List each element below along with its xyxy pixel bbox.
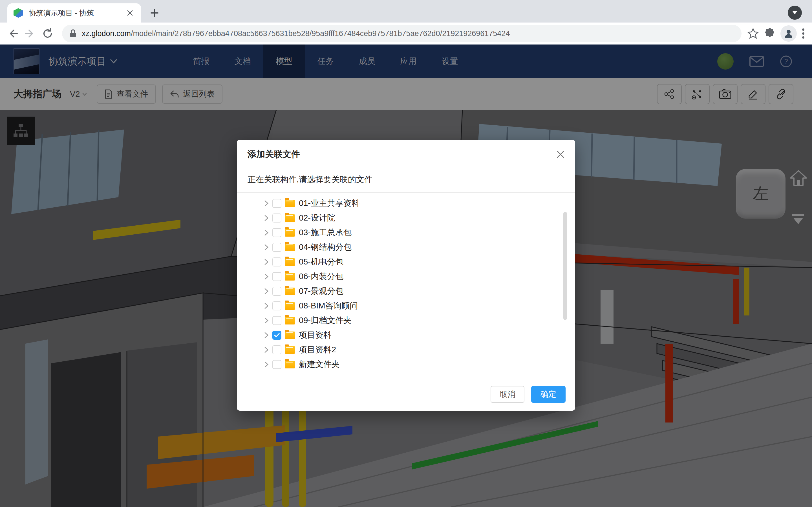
folder-icon <box>285 244 295 251</box>
folder-checkbox[interactable] <box>272 199 282 208</box>
browser-menu-icon[interactable] <box>802 28 805 39</box>
folder-icon <box>285 229 295 237</box>
browser-tab[interactable]: 协筑演示项目 - 协筑 <box>7 3 141 22</box>
folder-row[interactable]: 04-钢结构分包 <box>262 240 550 255</box>
folder-label: 新建文件夹 <box>299 359 340 370</box>
folder-checkbox[interactable] <box>272 272 282 281</box>
folder-label: 02-设计院 <box>299 212 335 224</box>
back-button[interactable] <box>4 25 21 42</box>
lock-icon <box>69 29 77 38</box>
folder-checkbox[interactable] <box>272 331 282 340</box>
folder-label: 05-机电分包 <box>299 256 343 268</box>
folder-checkbox[interactable] <box>272 214 282 223</box>
folder-label: 04-钢结构分包 <box>299 242 352 253</box>
folder-checkbox[interactable] <box>272 316 282 325</box>
folder-row[interactable]: 05-机电分包 <box>262 255 550 269</box>
expand-chevron-icon[interactable] <box>262 200 271 207</box>
new-tab-button[interactable] <box>148 6 161 20</box>
folder-row[interactable]: 09-归档文件夹 <box>262 313 550 328</box>
folder-row[interactable]: 项目资料2 <box>262 342 550 357</box>
tab-search-button[interactable] <box>788 6 802 20</box>
url-path: /model/main/278b7967ebba4708ac566375631b… <box>131 29 510 38</box>
folder-icon <box>285 302 295 310</box>
browser-toolbar: xz.glodon.com/model/main/278b7967ebba470… <box>0 22 812 45</box>
folder-row[interactable]: 新建文件夹 <box>262 357 550 372</box>
folder-icon <box>285 258 295 266</box>
folder-checkbox[interactable] <box>272 228 282 237</box>
folder-checkbox[interactable] <box>272 345 282 354</box>
folder-icon <box>285 288 295 295</box>
expand-chevron-icon[interactable] <box>262 229 271 236</box>
expand-chevron-icon[interactable] <box>262 361 271 368</box>
folder-row[interactable]: 08-BIM咨询顾问 <box>262 298 550 313</box>
confirm-button[interactable]: 确定 <box>531 386 566 403</box>
folder-icon <box>285 214 295 222</box>
expand-chevron-icon[interactable] <box>262 288 271 295</box>
expand-chevron-icon[interactable] <box>262 346 271 353</box>
tree-scrollbar[interactable] <box>563 212 567 320</box>
folder-tree: 01-业主共享资料 02-设计院 03-施工总承包 04-钢结构分包 <box>262 196 550 372</box>
folder-checkbox[interactable] <box>272 360 282 369</box>
add-linked-files-dialog: 添加关联文件 正在关联构件,请选择要关联的文件 01-业主共享资料 02-设计院 <box>237 140 575 411</box>
folder-label: 08-BIM咨询顾问 <box>299 300 358 312</box>
folder-label: 项目资料 <box>299 330 332 341</box>
tab-close-icon[interactable] <box>125 8 135 18</box>
dialog-subtitle: 正在关联构件,请选择要关联的文件 <box>248 174 372 185</box>
page: 协筑演示项目 简报文档模型任务成员应用设置 ? 大拇指广场 V2 <box>0 45 812 507</box>
folder-row[interactable]: 项目资料 <box>262 328 550 342</box>
site-favicon <box>13 8 23 18</box>
folder-checkbox[interactable] <box>272 243 282 252</box>
toolbar-right <box>747 25 805 42</box>
expand-chevron-icon[interactable] <box>262 317 271 324</box>
folder-label: 09-归档文件夹 <box>299 315 352 326</box>
expand-chevron-icon[interactable] <box>262 332 271 339</box>
dialog-header: 添加关联文件 <box>237 140 575 169</box>
bookmark-star-icon[interactable] <box>747 27 759 40</box>
dialog-divider <box>237 192 575 193</box>
folder-icon <box>285 332 295 339</box>
folder-label: 项目资料2 <box>299 344 336 355</box>
folder-label: 03-施工总承包 <box>299 227 352 238</box>
folder-icon <box>285 273 295 281</box>
folder-row[interactable]: 01-业主共享资料 <box>262 196 550 211</box>
folder-row[interactable]: 03-施工总承包 <box>262 225 550 240</box>
forward-button[interactable] <box>21 25 39 42</box>
url-bar[interactable]: xz.glodon.com/model/main/278b7967ebba470… <box>62 25 742 42</box>
dialog-footer: 取消 确定 <box>491 386 566 403</box>
folder-icon <box>285 317 295 325</box>
expand-chevron-icon[interactable] <box>262 273 271 280</box>
browser-profile-avatar[interactable] <box>780 25 797 42</box>
folder-checkbox[interactable] <box>272 301 282 311</box>
folder-label: 01-业主共享资料 <box>299 198 360 209</box>
folder-icon <box>285 200 295 207</box>
folder-icon <box>285 361 295 369</box>
browser-tab-strip: 协筑演示项目 - 协筑 <box>0 0 812 22</box>
folder-label: 07-景观分包 <box>299 286 343 297</box>
folder-row[interactable]: 02-设计院 <box>262 211 550 225</box>
folder-checkbox[interactable] <box>272 258 282 267</box>
dialog-close-icon[interactable] <box>554 148 567 161</box>
reload-button[interactable] <box>39 25 56 42</box>
expand-chevron-icon[interactable] <box>262 259 271 265</box>
extensions-puzzle-icon[interactable] <box>764 28 775 39</box>
screen: 协筑演示项目 - 协筑 xz.glodon.com/model/main/ <box>0 0 812 507</box>
folder-row[interactable]: 07-景观分包 <box>262 284 550 298</box>
folder-checkbox[interactable] <box>272 287 282 296</box>
cancel-button[interactable]: 取消 <box>491 386 524 403</box>
folder-row[interactable]: 06-内装分包 <box>262 269 550 284</box>
folder-label: 06-内装分包 <box>299 271 343 282</box>
expand-chevron-icon[interactable] <box>262 302 271 309</box>
folder-icon <box>285 346 295 354</box>
expand-chevron-icon[interactable] <box>262 244 271 251</box>
dialog-title: 添加关联文件 <box>248 149 300 160</box>
tab-title: 协筑演示项目 - 协筑 <box>29 8 125 18</box>
url-domain: xz.glodon.com <box>82 29 131 38</box>
expand-chevron-icon[interactable] <box>262 215 271 221</box>
